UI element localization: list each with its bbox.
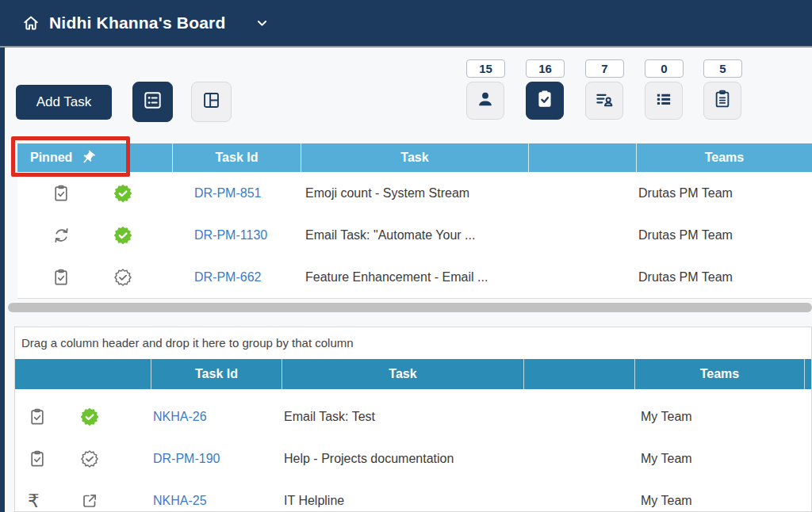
- sync-icon: [52, 225, 71, 245]
- counter-badge: 16: [526, 59, 565, 78]
- column-header-icons[interactable]: [15, 359, 151, 389]
- team-name: My Team: [641, 410, 692, 424]
- column-header-task-id[interactable]: Task Id: [151, 359, 282, 389]
- pinned-table-header: Pinned Task Id Task Teams: [17, 143, 812, 172]
- main-table-header: Task Id Task Teams: [15, 359, 811, 389]
- group-by-hint: Drag a column header and drop it here to…: [21, 327, 354, 359]
- column-header-task[interactable]: Task: [301, 143, 529, 172]
- task-id-link[interactable]: DR-PM-851: [194, 186, 261, 201]
- column-header-pinned[interactable]: Pinned: [17, 143, 173, 172]
- counter-badge: 15: [466, 59, 505, 78]
- bulleted-list-icon: [653, 89, 674, 113]
- clipboard-icon: [712, 89, 733, 113]
- table-row[interactable]: ₹NKHA-25IT HelplineMy Team: [15, 480, 811, 512]
- team-name: My Team: [641, 452, 692, 466]
- column-header-task-id[interactable]: Task Id: [173, 143, 301, 172]
- seal-check-outline-icon: [80, 449, 99, 468]
- main-table-panel: Drag a column header and drop it here to…: [14, 327, 812, 512]
- chevron-down-icon[interactable]: [255, 17, 269, 30]
- board-view-button[interactable]: [191, 82, 232, 122]
- task-title: Help - Projects documentation: [284, 452, 454, 466]
- column-header-empty[interactable]: [524, 359, 635, 389]
- external-link-icon: [80, 491, 99, 510]
- column-header-empty[interactable]: [529, 143, 637, 172]
- team-name: Drutas PM Team: [638, 270, 733, 285]
- pinned-table: Pinned Task Id Task Teams DR-PM-851Emoji…: [17, 143, 812, 299]
- pin-icon: [80, 150, 96, 166]
- seal-check-green-icon: [80, 407, 99, 426]
- team-name: My Team: [641, 494, 692, 508]
- counter-badge: 7: [585, 59, 624, 78]
- team-name: Drutas PM Team: [638, 228, 733, 243]
- rupee-icon: ₹: [28, 491, 40, 510]
- board-view-icon: [201, 90, 222, 114]
- column-header-spacer: [805, 359, 811, 389]
- task-title: Emoji count - System Stream: [305, 186, 469, 201]
- list-view-button[interactable]: [132, 82, 173, 122]
- task-id-link[interactable]: NKHA-26: [153, 410, 207, 424]
- seal-check-green-icon: [113, 184, 132, 203]
- table-row[interactable]: DR-PM-190Help - Projects documentationMy…: [15, 437, 811, 480]
- seal-check-green-icon: [113, 226, 132, 245]
- person-icon: [475, 89, 496, 113]
- column-header-task[interactable]: Task: [282, 359, 524, 389]
- person-filter-button[interactable]: [466, 82, 504, 120]
- task-title: IT Helpline: [284, 494, 344, 508]
- task-id-link[interactable]: DR-PM-662: [194, 270, 261, 285]
- column-header-teams[interactable]: Teams: [635, 359, 805, 389]
- table-row[interactable]: NKHA-26Email Task: TestMy Team: [15, 395, 811, 437]
- table-row[interactable]: DR-PM-851Emoji count - System StreamDrut…: [17, 172, 812, 214]
- top-bar: Nidhi Khanna's Board: [0, 0, 812, 48]
- counter-badge: 5: [703, 59, 742, 78]
- column-header-teams[interactable]: Teams: [637, 143, 812, 172]
- seal-check-outline-icon: [113, 268, 132, 287]
- task-title: Email Task: Test: [284, 410, 375, 424]
- clipboard-check-filter-button[interactable]: [526, 82, 564, 120]
- clipboard-check-icon: [52, 184, 71, 203]
- clipboard-filter-button[interactable]: [703, 82, 741, 120]
- clipboard-check-icon: [28, 449, 47, 468]
- main-rows: NKHA-26Email Task: TestMy TeamDR-PM-190H…: [15, 395, 811, 512]
- list-person-icon: [594, 89, 615, 113]
- table-row[interactable]: DR-PM-1130Email Task: "Automate Your ...…: [17, 214, 812, 256]
- task-title: Email Task: "Automate Your ...: [305, 228, 475, 243]
- pinned-header-label: Pinned: [30, 143, 72, 172]
- bulleted-list-filter-button[interactable]: [645, 82, 683, 120]
- list-view-icon: [142, 90, 163, 114]
- task-title: Feature Enhancement - Email ...: [305, 270, 488, 285]
- horizontal-scrollbar[interactable]: [8, 303, 812, 312]
- task-id-link[interactable]: DR-PM-190: [153, 452, 220, 466]
- task-id-link[interactable]: DR-PM-1130: [194, 228, 267, 243]
- clipboard-check-icon: [52, 268, 71, 287]
- add-task-button[interactable]: Add Task: [16, 85, 112, 120]
- task-id-link[interactable]: NKHA-25: [153, 494, 207, 508]
- clipboard-check-icon: [534, 89, 555, 113]
- team-name: Drutas PM Team: [638, 186, 733, 201]
- list-person-filter-button[interactable]: [585, 82, 623, 120]
- clipboard-check-icon: [28, 407, 47, 426]
- left-rail: [0, 48, 5, 512]
- pinned-rows: DR-PM-851Emoji count - System StreamDrut…: [17, 172, 812, 299]
- home-icon[interactable]: [21, 13, 40, 32]
- app-window: Nidhi Khanna's Board Add Task 1516705: [0, 0, 812, 512]
- counter-badge: 0: [645, 59, 684, 78]
- table-row[interactable]: DR-PM-662Feature Enhancement - Email ...…: [17, 256, 812, 298]
- board-title[interactable]: Nidhi Khanna's Board: [49, 0, 226, 46]
